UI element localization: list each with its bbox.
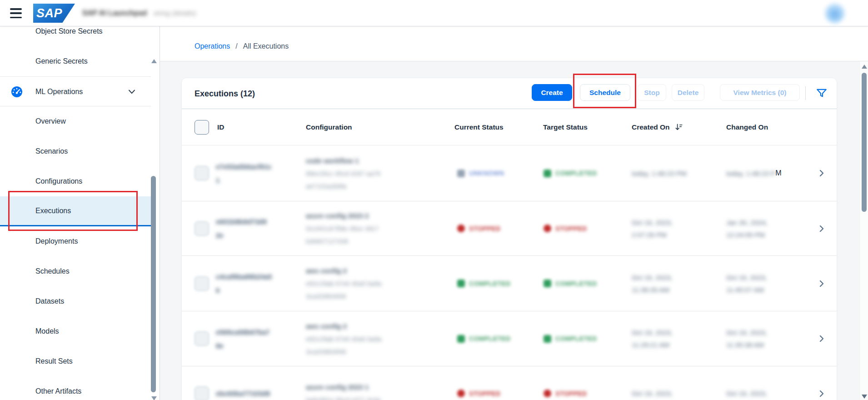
panel-title: Executions (12) <box>195 78 255 109</box>
sidebar-group-label: ML Operations <box>35 88 83 95</box>
configuration-cell: aws config 2 e92c29ab 67e6 40a5 ba9a 3ca… <box>306 256 382 311</box>
changed-on-cell: Jan 30, 2024, 12:24:05 PM <box>726 201 768 255</box>
row-checkbox[interactable] <box>195 276 209 291</box>
sidebar-item-object-store-secrets[interactable]: Object Store Secrets <box>0 26 151 46</box>
menu-icon[interactable] <box>10 8 22 18</box>
sidebar-scrollbar[interactable] <box>151 176 156 392</box>
table-row[interactable]: e565ca58b67ba7 8e aws config 2 e92c29ab … <box>182 311 837 366</box>
toolbar-divider <box>805 86 806 100</box>
page-scroll-down-icon[interactable] <box>862 395 867 399</box>
chevron-right-icon[interactable] <box>817 279 826 288</box>
target-status: STOPPED <box>544 201 587 255</box>
column-header-current-status[interactable]: Current Status <box>454 109 504 145</box>
chevron-down-icon[interactable] <box>128 89 135 95</box>
table-body: e7e53a0b6acf91c 1 code workflow 1 89ec26… <box>182 145 837 400</box>
changed-on-cell: Oct 19, 2023, 11:45:07 AM <box>726 256 767 311</box>
breadcrumb-operations-link[interactable]: Operations <box>195 42 230 50</box>
status-stopped-icon <box>544 390 551 397</box>
column-header-configuration[interactable]: Configuration <box>306 109 352 145</box>
sort-descending-icon <box>674 123 683 131</box>
created-on-cell: Oct 19, 2023, 11:39:35 AM <box>632 256 673 311</box>
target-status: COMPLETED <box>544 311 597 366</box>
status-completed-icon <box>457 280 465 287</box>
execution-id-cell[interactable]: ebc60ba77103d8 <box>216 366 270 400</box>
user-avatar[interactable] <box>825 3 845 23</box>
sidebar-item-generic-secrets[interactable]: Generic Secrets <box>0 46 151 76</box>
table-header-row: ID Configuration Current Status Target S… <box>182 109 837 145</box>
sap-logo-text: SAP <box>33 6 62 20</box>
shell-header: SAP SAP AI Launchpadstring (details) <box>0 0 868 26</box>
column-header-target-status[interactable]: Target Status <box>543 109 588 145</box>
changed-on-cell: Oct 19, 2023, 11:35:38 AM <box>726 311 767 366</box>
column-header-id[interactable]: ID <box>217 109 224 145</box>
current-status: STOPPED <box>457 201 500 255</box>
chevron-right-icon[interactable] <box>817 169 826 178</box>
sidebar: Object Store Secrets Generic Secrets ML … <box>0 26 160 400</box>
status-unknown-icon <box>457 170 465 177</box>
sap-logo[interactable]: SAP <box>33 4 75 23</box>
select-all-checkbox[interactable] <box>195 120 209 135</box>
created-on-cell: Oct 19, 2023, <box>632 366 673 400</box>
chevron-right-icon[interactable] <box>817 334 826 343</box>
sidebar-item-datasets[interactable]: Datasets <box>0 286 151 316</box>
row-checkbox[interactable] <box>195 331 209 346</box>
sidebar-item-scenarios[interactable]: Scenarios <box>0 136 151 166</box>
chevron-right-icon[interactable] <box>817 224 826 233</box>
column-header-changed-on[interactable]: Changed On <box>726 109 768 145</box>
sidebar-item-executions[interactable]: Executions <box>0 196 151 226</box>
sidebar-item-schedules[interactable]: Schedules <box>0 256 151 286</box>
status-stopped-icon <box>457 225 465 232</box>
configuration-cell: azure config 2023 2 91c041c8 f58e 49ce 4… <box>306 201 379 255</box>
table-row[interactable]: e601b9b9d73d9 2e azure config 2023 2 91c… <box>182 201 837 256</box>
sidebar-item-result-sets[interactable]: Result Sets <box>0 346 151 376</box>
page-scroll-up-icon[interactable] <box>862 65 867 69</box>
execution-id-cell[interactable]: c4caf9ba89b24a5 6 <box>216 256 272 311</box>
view-metrics-button[interactable]: View Metrics (0) <box>720 84 800 101</box>
breadcrumb-current: All Executions <box>243 42 289 50</box>
chevron-right-icon[interactable] <box>817 389 826 398</box>
schedule-button[interactable]: Schedule <box>580 84 630 101</box>
sidebar-item-other-artifacts[interactable]: Other Artifacts <box>0 376 151 400</box>
executions-panel: Executions (12) Create Schedule Stop Del… <box>182 78 837 400</box>
status-completed-icon <box>544 170 551 177</box>
configuration-cell: aws config 2 e92c29ab 67e6 40a5 ba9a 3ca… <box>306 311 382 366</box>
table-row[interactable]: c4caf9ba89b24a5 6 aws config 2 e92c29ab … <box>182 256 837 311</box>
breadcrumb: Operations/All Executions <box>195 40 289 53</box>
status-stopped-icon <box>544 225 551 232</box>
execution-id-cell[interactable]: e565ca58b67ba7 8e <box>216 311 269 366</box>
filter-icon[interactable] <box>815 86 828 100</box>
status-stopped-icon <box>457 390 465 397</box>
current-status: COMPLETED <box>457 256 511 311</box>
column-header-created-on[interactable]: Created On <box>632 109 683 145</box>
row-checkbox[interactable] <box>195 166 209 180</box>
status-completed-icon <box>544 280 551 287</box>
table-row[interactable]: e7e53a0b6acf91c 1 code workflow 1 89ec26… <box>182 145 837 201</box>
changed-on-cell: today, 1:48:23 PM <box>726 145 781 201</box>
current-status: STOPPED <box>457 366 500 400</box>
execution-id-cell[interactable]: e7e53a0b6acf91c 1 <box>216 145 272 201</box>
row-checkbox[interactable] <box>195 386 209 400</box>
sidebar-item-overview[interactable]: Overview <box>0 106 151 136</box>
target-status: COMPLETED <box>544 256 597 311</box>
gauge-icon <box>11 86 23 98</box>
stop-button[interactable]: Stop <box>638 84 666 101</box>
row-checkbox[interactable] <box>195 221 209 236</box>
sidebar-item-models[interactable]: Models <box>0 316 151 346</box>
sidebar-scroll-up-icon[interactable] <box>151 59 157 63</box>
status-completed-icon <box>457 335 465 343</box>
created-on-cell: Oct 19, 2023, 2:07:26 PM <box>632 201 673 255</box>
status-completed-icon <box>544 335 551 343</box>
sidebar-group-ml-operations[interactable]: ML Operations <box>0 76 151 106</box>
sidebar-item-configurations[interactable]: Configurations <box>0 166 151 196</box>
execution-id-cell[interactable]: e601b9b9d73d9 2e <box>216 201 267 255</box>
configuration-cell: azure config 2023 1 ba8c891e 85cd e371 9… <box>306 366 381 400</box>
page-scrollbar[interactable] <box>862 73 867 212</box>
delete-button[interactable]: Delete <box>672 84 704 101</box>
create-button[interactable]: Create <box>532 84 572 101</box>
panel-toolbar: Executions (12) Create Schedule Stop Del… <box>182 78 837 109</box>
sidebar-scroll-down-icon[interactable] <box>151 396 157 400</box>
sidebar-item-deployments[interactable]: Deployments <box>0 226 151 256</box>
created-on-cell: today, 1:48:23 PM <box>632 145 687 201</box>
current-status: COMPLETED <box>457 311 511 366</box>
table-row[interactable]: ebc60ba77103d8 azure config 2023 1 ba8c8… <box>182 366 837 400</box>
